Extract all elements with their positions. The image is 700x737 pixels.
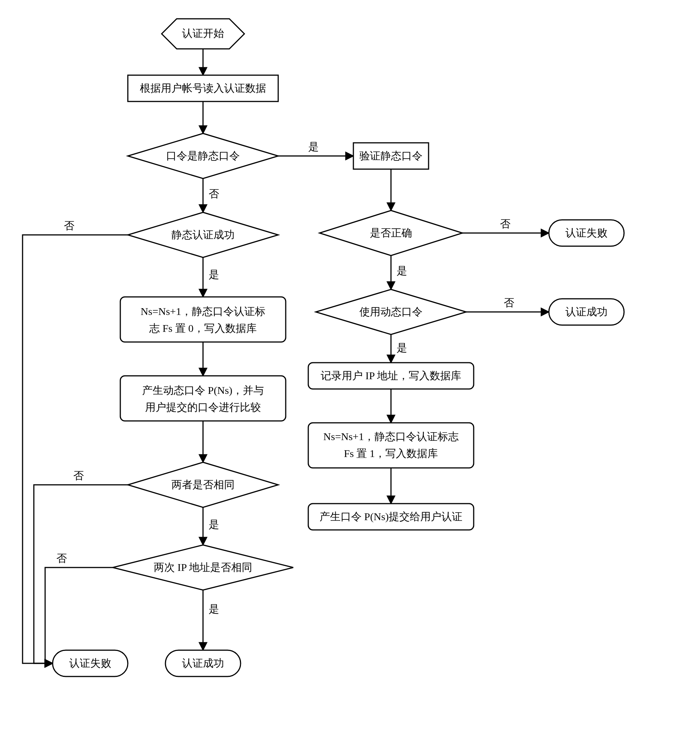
node-sameBoth: 两者是否相同 [128, 462, 278, 507]
edge-sameBoth-yes: 是 [209, 519, 219, 530]
successRight-label: 认证成功 [565, 306, 608, 318]
node-successRight: 认证成功 [549, 299, 624, 325]
edge-isStaticPwd-no: 否 [209, 188, 219, 200]
node-start: 认证开始 [162, 19, 244, 49]
node-failBottom: 认证失败 [53, 650, 128, 676]
sameIP-label: 两次 IP 地址是否相同 [154, 561, 252, 573]
edge-isStaticPwd-yes: 是 [308, 141, 319, 153]
staticAuthOK-label: 静态认证成功 [171, 229, 235, 241]
node-sameIP: 两次 IP 地址是否相同 [113, 545, 293, 590]
recordIP-label: 记录用户 IP 地址，写入数据库 [321, 370, 461, 381]
genP-toUser-label: 产生口令 P(Ns)提交给用户认证 [320, 511, 462, 522]
node-readData: 根据用户帐号读入认证数据 [128, 75, 278, 101]
edge-isCorrect-no: 否 [500, 218, 511, 230]
failBottom-label: 认证失败 [69, 657, 111, 669]
edge-useDynamic-yes: 是 [397, 342, 407, 354]
node-recordIP: 记录用户 IP 地址，写入数据库 [308, 363, 474, 389]
node-verifyStatic: 验证静态口令 [353, 143, 429, 169]
start-label: 认证开始 [182, 27, 224, 39]
edge-staticAuthOK-yes: 是 [209, 269, 219, 280]
node-genP-compare: 产生动态口令 P(Ns)，并与 用户提交的口令进行比较 [120, 376, 286, 421]
svg-rect-19 [308, 423, 474, 468]
node-genP-toUser: 产生口令 P(Ns)提交给用户认证 [308, 504, 474, 530]
node-nsFs0: Ns=Ns+1，静态口令认证标 志 Fs 置 0，写入数据库 [120, 297, 286, 342]
node-nsFs1: Ns=Ns+1，静态口令认证标志 Fs 置 1，写入数据库 [308, 423, 474, 468]
isCorrect-label: 是否正确 [370, 227, 412, 239]
edge-sameIP-yes: 是 [209, 603, 219, 615]
failTopRight-label: 认证失败 [565, 227, 608, 239]
node-staticAuthOK: 静态认证成功 [128, 212, 278, 257]
edge-isCorrect-yes: 是 [397, 265, 407, 277]
edge-sameBoth-no: 否 [73, 470, 84, 481]
node-isStaticPwd: 口令是静态口令 [128, 133, 278, 179]
verifyStatic-label: 验证静态口令 [359, 150, 423, 162]
readData-label: 根据用户帐号读入认证数据 [140, 82, 266, 94]
svg-rect-24 [120, 297, 286, 342]
node-failTopRight: 认证失败 [549, 220, 624, 246]
nsFs0-label-2: 志 Fs 置 0，写入数据库 [149, 322, 256, 334]
successBottom-label: 认证成功 [182, 657, 224, 669]
node-successBottom: 认证成功 [165, 650, 241, 676]
genP-compare-label-1: 产生动态口令 P(Ns)，并与 [142, 384, 264, 396]
edge-useDynamic-no: 否 [504, 297, 514, 309]
node-isCorrect: 是否正确 [320, 210, 462, 256]
nsFs0-label-1: Ns=Ns+1，静态口令认证标 [141, 306, 265, 317]
isStaticPwd-label: 口令是静态口令 [166, 150, 240, 162]
svg-rect-26 [120, 376, 286, 421]
sameBoth-label: 两者是否相同 [171, 479, 235, 490]
flowchart-canvas: 认证开始 根据用户帐号读入认证数据 口令是静态口令 是 否 验证静态口令 是否正… [8, 8, 684, 714]
node-useDynamic: 使用动态口令 [316, 289, 466, 334]
genP-compare-label-2: 用户提交的口令进行比较 [145, 401, 261, 413]
useDynamic-label: 使用动态口令 [359, 306, 423, 318]
edge-sameIP-no: 否 [56, 552, 67, 564]
nsFs1-label-2: Fs 置 1，写入数据库 [344, 448, 438, 459]
nsFs1-label-1: Ns=Ns+1，静态口令认证标志 [323, 431, 459, 442]
edge-staticAuthOK-no: 否 [64, 220, 74, 232]
